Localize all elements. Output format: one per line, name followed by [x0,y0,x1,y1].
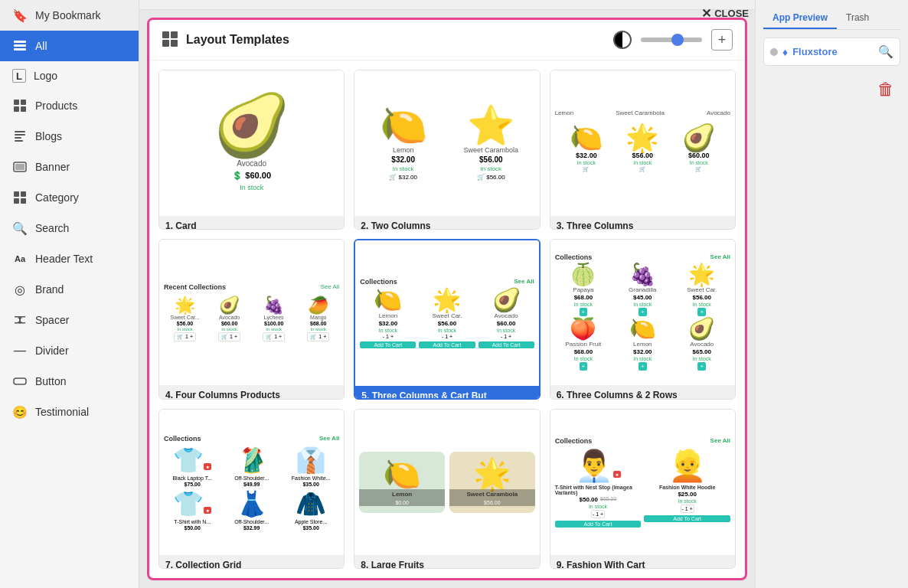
divider-icon: — [12,343,28,358]
sidebar-label-bookmark: My Bookmark [35,9,101,21]
sidebar-item-button[interactable]: Button [0,366,139,397]
sidebar-item-products[interactable]: Products [0,90,139,121]
trash-icon[interactable]: 🗑 [871,74,900,106]
svg-rect-8 [15,134,25,136]
sidebar-item-testimonial[interactable]: 😊 Testimonial [0,397,139,427]
sidebar-label-search: Search [35,222,69,234]
template-name-5: 5. Three Columns & Cart But [355,386,538,400]
template-card-3[interactable]: Lemon Sweet Carambola Avocado 🍋 $32.00 I… [550,70,736,230]
sidebar-item-spacer[interactable]: Spacer [0,305,139,335]
modal-controls: + [613,29,733,51]
modal-title: Layout Templates [186,33,606,47]
sidebar-item-brand[interactable]: ◎ Brand [0,274,139,305]
template-card-2[interactable]: 🍋 Lemon $32.00 In stock 🛒 $32.00 ⭐ Sweet… [354,70,540,230]
template-card-8[interactable]: 🍋 Lemon $0.00 🌟 Sweet Carambola $56.00 [354,409,540,569]
svg-rect-2 [14,48,26,51]
modal-header: Layout Templates + [149,20,745,60]
template-thumb-4: Recent Collections See All 🌟 Sweet Car..… [159,240,344,385]
template-name-3: 3. Three Columns [550,216,735,230]
template-grid: 🥑 Avocado 💲 $60.00 In stock 1. Card 🍋 Le… [149,60,745,578]
button-icon [12,374,28,389]
search-icon: 🔍 [12,220,28,236]
svg-rect-12 [15,164,24,170]
sidebar-item-all[interactable]: All [0,31,139,61]
sidebar-label-category: Category [35,191,79,204]
svg-rect-0 [14,41,26,43]
sidebar-label-testimonial: Testimonial [35,406,89,418]
banner-icon [12,159,28,175]
add-template-button[interactable]: + [711,29,733,51]
template-name-1: 1. Card [159,216,344,230]
template-thumb-8: 🍋 Lemon $0.00 🌟 Sweet Carambola $56.00 [354,410,539,555]
logo-icon: L [12,69,26,83]
svg-rect-9 [15,137,21,139]
sidebar-label-products: Products [35,100,77,112]
sidebar-item-category[interactable]: Category [0,182,139,213]
svg-rect-4 [21,100,26,105]
sidebar-item-blogs[interactable]: Blogs [0,121,139,152]
top-bar: ✕ CLOSE [139,0,755,10]
template-name-8: 8. Large Fruits [354,555,539,569]
template-name-4: 4. Four Columns Products [159,385,344,400]
template-card-4[interactable]: Recent Collections See All 🌟 Sweet Car..… [158,239,345,400]
fluxstore-name: Fluxstore [792,46,838,57]
svg-rect-25 [162,40,169,47]
tab-app-preview[interactable]: App Preview [763,8,837,29]
sidebar-item-search[interactable]: 🔍 Search [0,213,139,243]
template-thumb-5: Collections See All 🍋 Lemon $32.00 In st… [355,240,538,386]
sidebar: 🔖 My Bookmark All L Logo Products Blogs … [0,0,139,588]
template-card-6[interactable]: Collections See All 🍈 Papaya $68.00 In s… [550,239,736,400]
app-preview-box: ♦ Fluxstore 🔍 [763,38,900,66]
trash-area: 🗑 [763,74,900,106]
sidebar-label-all: All [35,40,47,52]
blogs-icon [12,129,28,144]
header-text-icon: Aa [12,251,28,266]
spacer-icon [12,312,28,328]
sidebar-item-divider[interactable]: — Divider [0,335,139,366]
tab-trash[interactable]: Trash [837,8,878,29]
products-icon [12,98,28,113]
sidebar-item-logo[interactable]: L Logo [0,61,139,90]
app-preview-search-icon[interactable]: 🔍 [878,44,893,59]
sidebar-label-blogs: Blogs [35,130,62,142]
sidebar-label-banner: Banner [35,161,70,173]
svg-rect-24 [171,31,178,38]
right-panel-tabs: App Preview Trash [763,8,900,30]
sidebar-label-divider: Divider [35,345,69,357]
zoom-slider[interactable] [641,38,702,42]
template-card-5[interactable]: Collections See All 🍋 Lemon $32.00 In st… [354,239,540,400]
template-thumb-7: Collections See All 👕● Black Laptop T...… [159,410,344,555]
svg-rect-26 [171,40,178,47]
zoom-slider-thumb[interactable] [671,34,684,46]
svg-rect-13 [14,191,19,197]
all-icon [12,38,28,54]
template-thumb-9: Collections See All 👨‍💼● T-Shirt with Ne… [550,410,735,555]
sidebar-item-bookmark[interactable]: 🔖 My Bookmark [0,0,139,31]
template-thumb-1: 🥑 Avocado 💲 $60.00 In stock [159,70,344,216]
template-name-7: 7. Collection Grid [159,555,344,569]
sidebar-label-brand: Brand [35,283,64,296]
svg-rect-6 [21,106,26,112]
template-thumb-6: Collections See All 🍈 Papaya $68.00 In s… [550,240,735,385]
layout-templates-icon [162,30,178,51]
contrast-toggle[interactable] [613,31,632,49]
template-name-6: 6. Three Columns & 2 Rows [550,385,735,400]
app-dot [770,48,778,56]
template-name-9: 9. Fashion With Cart [550,555,735,569]
svg-rect-15 [14,198,19,204]
template-card-7[interactable]: Collections See All 👕● Black Laptop T...… [158,409,345,569]
template-card-9[interactable]: Collections See All 👨‍💼● T-Shirt with Ne… [550,409,736,569]
svg-rect-23 [162,31,169,38]
svg-rect-14 [21,191,26,197]
svg-rect-10 [15,140,23,142]
fluxstore-diamond-icon: ♦ [782,46,788,58]
sidebar-item-banner[interactable]: Banner [0,152,139,182]
template-thumb-2: 🍋 Lemon $32.00 In stock 🛒 $32.00 ⭐ Sweet… [354,70,539,216]
testimonial-icon: 😊 [12,404,28,420]
sidebar-item-header-text[interactable]: Aa Header Text [0,243,139,274]
right-panel: App Preview Trash ♦ Fluxstore 🔍 🗑 [755,0,908,588]
svg-rect-3 [14,100,19,105]
bookmark-icon: 🔖 [12,8,28,23]
svg-rect-7 [15,131,25,132]
template-card-1[interactable]: 🥑 Avocado 💲 $60.00 In stock 1. Card [158,70,345,230]
